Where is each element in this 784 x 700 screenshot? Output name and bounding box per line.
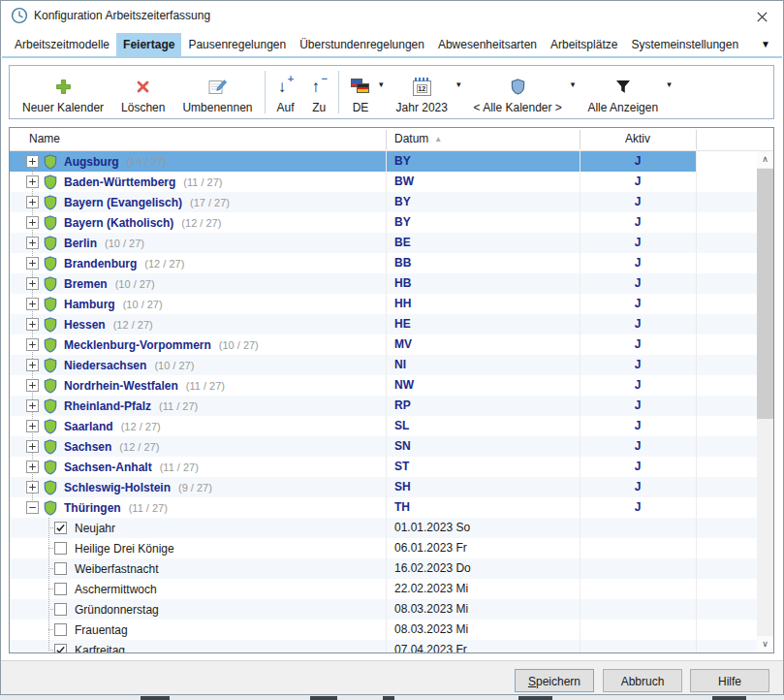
calendar-name: Bayern (Evangelisch) [64,196,182,209]
expand-toggle-icon[interactable] [26,298,39,310]
show-filter-button[interactable]: Alle Anzeigen [579,70,667,114]
table-row-holiday[interactable]: Heilige Drei Könige06.01.2023 Fr [10,538,757,558]
expand-toggle-icon[interactable] [26,481,39,493]
holiday-checkbox[interactable] [54,603,67,616]
country-select-button[interactable]: DE [342,70,379,114]
table-row-calendar[interactable]: Thüringen(11 / 27)THJ [10,497,757,518]
expand-toggle-icon[interactable] [26,399,39,412]
collapse-all-button[interactable]: ↑− Zu [303,70,336,114]
new-calendar-button[interactable]: Neuer Kalender [14,70,112,114]
expand-all-button[interactable]: ↓+ Auf [268,70,303,114]
cancel-button[interactable]: Abbruch [603,669,682,692]
table-row-calendar[interactable]: Hamburg(10 / 27)HHJ [10,294,757,314]
calendar-shield-icon [44,317,57,333]
chevron-down-icon[interactable]: ▾ [571,80,576,89]
calendar-name-cell: Saarland(12 / 27) [10,416,386,436]
collapse-toggle-icon[interactable] [26,501,39,514]
chevron-down-icon[interactable]: ▾ [379,80,384,89]
expand-toggle-icon[interactable] [26,338,39,351]
holiday-checkbox[interactable] [54,644,67,652]
tab-arbeitsplaetze[interactable]: Arbeitsplätze [544,33,624,56]
vertical-scrollbar[interactable]: ∧ ∨ [757,151,773,652]
expand-toggle-icon[interactable] [26,440,39,453]
calendar-holiday-count: (12 / 27) [181,217,221,229]
calendar-filter-button[interactable]: < Alle Kalender > [464,70,570,114]
column-header-name[interactable]: Name [10,128,386,150]
table-row-holiday[interactable]: Frauentag08.03.2023 Mi [10,620,757,640]
tab-arbeitszeitmodelle[interactable]: Arbeitszeitmodelle [8,33,116,56]
table-row-holiday[interactable]: Karfreitag07.04.2023 Fr [10,640,757,652]
table-row-calendar[interactable]: Sachsen(12 / 27)SNJ [10,436,757,457]
rename-label: Umbenennen [182,101,252,114]
expand-toggle-icon[interactable] [26,359,39,371]
table-row-calendar[interactable]: Bayern (Evangelisch)(17 / 27)BYJ [10,192,757,212]
help-button[interactable]: Hilfe [690,669,769,692]
table-row-calendar[interactable]: Nordrhein-Westfalen(11 / 27)NWJ [10,375,757,396]
table-row-holiday[interactable]: Neujahr01.01.2023 So [10,518,757,538]
table-row-calendar[interactable]: Saarland(12 / 27)SLJ [10,416,757,436]
save-accesskey: S [528,675,536,688]
table-row-calendar[interactable]: Schleswig-Holstein(9 / 27)SHJ [10,477,757,497]
holiday-checkbox[interactable] [54,562,67,575]
expand-toggle-icon[interactable] [26,379,39,392]
chevron-down-icon[interactable]: ▾ [667,80,672,89]
expand-toggle-icon[interactable] [26,277,39,290]
table-row-calendar[interactable]: Augsburg(14 / 27)BYJ [10,151,757,172]
expand-toggle-icon[interactable] [26,155,39,168]
table-row-calendar[interactable]: Brandenburg(12 / 27)BBJ [10,253,757,273]
flags-icon [351,75,370,98]
column-header-aktiv[interactable]: Aktiv [580,128,696,150]
expand-toggle-icon[interactable] [26,237,39,249]
toolbar-separator [265,71,266,113]
calendar-name-cell: Sachsen-Anhalt(11 / 27) [10,457,386,477]
table-row-holiday[interactable]: Weiberfastnacht16.02.2023 Do [10,558,757,579]
calendar-holiday-count: (10 / 27) [115,278,155,290]
table-row-calendar[interactable]: Bayern (Katholisch)(12 / 27)BYJ [10,212,757,233]
calendar-name-cell: Bayern (Katholisch)(12 / 27) [10,212,386,233]
expand-all-label: Auf [277,101,295,114]
table-row-calendar[interactable]: Berlin(10 / 27)BEJ [10,233,757,253]
column-header-datum[interactable]: Datum▲ [386,128,580,150]
tab-overflow-chevron-icon[interactable]: ▼ [761,40,770,49]
expand-toggle-icon[interactable] [26,318,39,331]
year-select-button[interactable]: 12 Jahr 2023 [388,70,456,114]
holiday-checkbox[interactable] [54,623,67,636]
rename-button[interactable]: Umbenennen [173,70,261,114]
chevron-down-icon[interactable]: ▾ [456,80,461,89]
table-row-calendar[interactable]: Hessen(12 / 27)HEJ [10,314,757,334]
table-row-holiday[interactable]: Aschermittwoch22.02.2023 Mi [10,579,757,599]
holiday-checkbox[interactable] [54,583,67,595]
expand-toggle-icon[interactable] [26,420,39,432]
table-row-calendar[interactable]: Baden-Württemberg(11 / 27)BWJ [10,172,757,192]
table-row-calendar[interactable]: Sachsen-Anhalt(11 / 27)STJ [10,457,757,477]
delete-button[interactable]: Löschen [112,70,173,114]
tab-abwesenheitsarten[interactable]: Abwesenheitsarten [431,33,544,56]
save-button[interactable]: Speichern [515,669,594,692]
calendar-active-flag: J [580,212,696,233]
taskbar-fragment [518,696,552,700]
tab-systemeinstellungen[interactable]: Systemeinstellungen [624,33,745,56]
expand-toggle-icon[interactable] [26,461,39,473]
scroll-up-icon[interactable]: ∧ [757,151,773,168]
table-row-calendar[interactable]: Bremen(10 / 27)HBJ [10,273,757,294]
expand-toggle-icon[interactable] [26,257,39,270]
expand-toggle-icon[interactable] [26,216,39,229]
tab-ueberstundenregelungen[interactable]: Überstundenregelungen [293,33,431,56]
holiday-checkbox[interactable] [54,542,67,555]
scroll-down-icon[interactable]: ∨ [757,636,773,652]
holiday-checkbox[interactable] [54,522,67,534]
tab-pausenregelungen[interactable]: Pausenregelungen [181,33,293,56]
table-row-holiday[interactable]: Gründonnerstag08.03.2023 Mi [10,599,757,620]
table-row-calendar[interactable]: Mecklenburg-Vorpommern(10 / 27)MVJ [10,334,757,355]
holiday-name: Karfreitag [75,644,125,653]
tab-feiertage[interactable]: Feiertage [116,33,181,56]
table-row-calendar[interactable]: Rheinland-Pfalz(11 / 27)RPJ [10,396,757,416]
expand-toggle-icon[interactable] [26,175,39,188]
close-button[interactable] [746,5,777,28]
taskbar-fragment [383,696,394,700]
expand-toggle-icon[interactable] [26,196,39,208]
calendar-shield-icon [44,378,57,394]
scrollbar-thumb[interactable] [757,169,773,419]
holiday-date: 07.04.2023 Fr [386,640,580,652]
table-row-calendar[interactable]: Niedersachsen(10 / 27)NIJ [10,355,757,375]
